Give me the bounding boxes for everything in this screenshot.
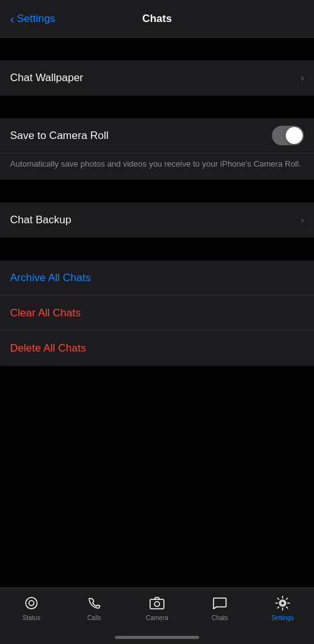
svg-point-1 bbox=[29, 601, 34, 606]
header: ‹ Settings Chats bbox=[0, 0, 314, 38]
chat-backup-right: › bbox=[301, 214, 304, 226]
section-spacer-2 bbox=[0, 96, 314, 118]
home-indicator bbox=[115, 636, 199, 639]
svg-point-3 bbox=[154, 602, 160, 607]
nav-label-status: Status bbox=[23, 614, 40, 621]
save-camera-roll-label: Save to Camera Roll bbox=[10, 130, 109, 142]
svg-point-4 bbox=[281, 601, 284, 605]
nav-item-chats[interactable]: Chats bbox=[188, 594, 251, 621]
archive-all-chats-row[interactable]: Archive All Chats bbox=[0, 260, 314, 296]
nav-label-chats: Chats bbox=[212, 614, 228, 621]
toggle-knob bbox=[286, 127, 303, 144]
archive-all-chats-label: Archive All Chats bbox=[10, 272, 91, 284]
nav-item-camera[interactable]: Camera bbox=[126, 594, 188, 621]
nav-label-settings: Settings bbox=[271, 614, 294, 621]
save-camera-roll-row: Save to Camera Roll bbox=[0, 118, 314, 153]
nav-label-calls: Calls bbox=[87, 614, 101, 621]
chat-wallpaper-section: Chat Wallpaper › bbox=[0, 60, 314, 96]
svg-point-0 bbox=[26, 597, 37, 609]
back-label: Settings bbox=[17, 13, 55, 25]
chat-wallpaper-label: Chat Wallpaper bbox=[10, 72, 84, 84]
clear-all-chats-label: Clear All Chats bbox=[10, 307, 80, 319]
chat-backup-label: Chat Backup bbox=[10, 214, 71, 226]
save-camera-roll-toggle[interactable] bbox=[272, 126, 304, 145]
action-section: Archive All Chats Clear All Chats Delete… bbox=[0, 260, 314, 366]
save-camera-roll-desc-text: Automatically save photos and videos you… bbox=[10, 158, 304, 170]
nav-item-status[interactable]: Status bbox=[0, 594, 63, 621]
save-camera-roll-description: Automatically save photos and videos you… bbox=[0, 153, 314, 180]
section-spacer-4 bbox=[0, 238, 314, 260]
nav-label-camera: Camera bbox=[146, 614, 168, 621]
chat-backup-section: Chat Backup › bbox=[0, 203, 314, 238]
section-spacer-1 bbox=[0, 38, 314, 60]
chevron-right-icon-2: › bbox=[301, 214, 304, 226]
chevron-left-icon: ‹ bbox=[10, 13, 14, 25]
clear-all-chats-row[interactable]: Clear All Chats bbox=[0, 296, 314, 331]
chat-wallpaper-row[interactable]: Chat Wallpaper › bbox=[0, 60, 314, 96]
chat-wallpaper-right: › bbox=[301, 72, 304, 84]
section-spacer-3 bbox=[0, 180, 314, 203]
page-title: Chats bbox=[142, 13, 171, 25]
settings-icon bbox=[274, 594, 291, 612]
delete-all-chats-row[interactable]: Delete All Chats bbox=[0, 331, 314, 366]
back-button[interactable]: ‹ Settings bbox=[10, 13, 55, 25]
calls-icon bbox=[85, 594, 103, 612]
save-camera-roll-section: Save to Camera Roll Automatically save p… bbox=[0, 118, 314, 180]
svg-rect-2 bbox=[150, 599, 164, 609]
chats-icon bbox=[211, 594, 229, 612]
chat-backup-row[interactable]: Chat Backup › bbox=[0, 203, 314, 238]
nav-item-calls[interactable]: Calls bbox=[63, 594, 126, 621]
camera-icon bbox=[148, 594, 166, 612]
chevron-right-icon: › bbox=[301, 72, 304, 84]
nav-item-settings[interactable]: Settings bbox=[251, 594, 314, 621]
status-icon bbox=[23, 594, 40, 612]
delete-all-chats-label: Delete All Chats bbox=[10, 342, 86, 355]
